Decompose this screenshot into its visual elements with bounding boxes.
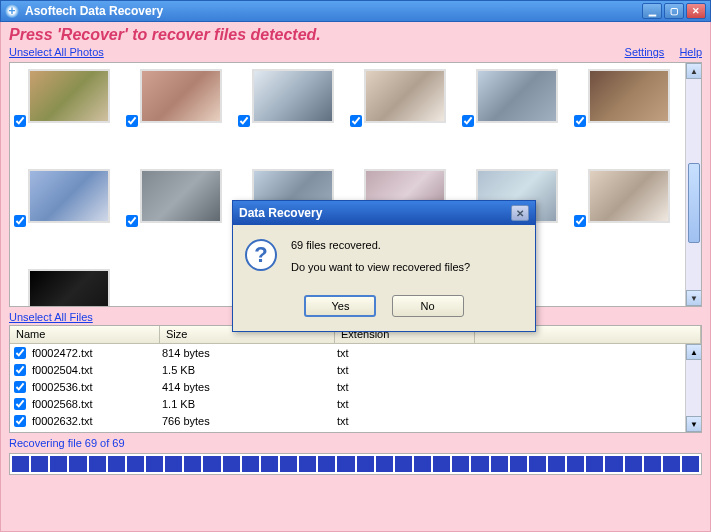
table-row[interactable]: f0002568.txt1.1 KBtxt (10, 395, 701, 412)
photo-item[interactable] (14, 269, 122, 307)
minimize-button[interactable]: ▁ (642, 3, 662, 19)
photo-checkbox[interactable] (574, 115, 586, 127)
photo-item[interactable] (350, 69, 458, 139)
progress-segment (414, 456, 431, 472)
file-name-cell: f0002632.txt (30, 414, 160, 428)
question-icon: ? (245, 239, 277, 271)
photo-thumbnail[interactable] (588, 169, 670, 223)
progress-segment (337, 456, 354, 472)
photo-scrollbar[interactable]: ▲ ▼ (685, 63, 701, 306)
file-size-cell: 1.5 KB (160, 363, 335, 377)
file-list-panel: Name Size Extension f0002472.txt814 byte… (9, 325, 702, 433)
scroll-thumb[interactable] (688, 163, 700, 243)
photo-item[interactable] (126, 169, 234, 239)
file-size-cell: 1.1 KB (160, 397, 335, 411)
photo-thumbnail[interactable] (140, 69, 222, 123)
progress-bar (9, 453, 702, 475)
photo-thumbnail[interactable] (28, 69, 110, 123)
no-button[interactable]: No (392, 295, 464, 317)
help-link[interactable]: Help (679, 46, 702, 58)
photo-item[interactable] (574, 69, 682, 139)
table-row[interactable]: f0002472.txt814 bytestxt (10, 344, 701, 361)
progress-segment (586, 456, 603, 472)
scroll-down-icon[interactable]: ▼ (686, 416, 702, 432)
photo-item[interactable] (238, 69, 346, 139)
maximize-button[interactable]: ▢ (664, 3, 684, 19)
progress-segment (491, 456, 508, 472)
file-size-cell: 766 bytes (160, 414, 335, 428)
progress-segment (529, 456, 546, 472)
scroll-down-icon[interactable]: ▼ (686, 290, 702, 306)
scroll-up-icon[interactable]: ▲ (686, 344, 702, 360)
photo-item[interactable] (126, 69, 234, 139)
file-scrollbar[interactable]: ▲ ▼ (685, 344, 701, 432)
photo-thumbnail[interactable] (28, 269, 110, 307)
unselect-all-files-link[interactable]: Unselect All Files (9, 311, 93, 323)
photo-checkbox[interactable] (126, 215, 138, 227)
progress-segment (357, 456, 374, 472)
app-title: Asoftech Data Recovery (25, 4, 640, 18)
photo-checkbox[interactable] (126, 115, 138, 127)
progress-segment (89, 456, 106, 472)
photo-checkbox[interactable] (14, 215, 26, 227)
photo-checkbox[interactable] (14, 115, 26, 127)
file-ext-cell: txt (335, 363, 475, 377)
column-header-name[interactable]: Name (10, 326, 160, 343)
file-name-cell: f0002536.txt (30, 380, 160, 394)
progress-segment (31, 456, 48, 472)
photo-thumbnail[interactable] (588, 69, 670, 123)
progress-segment (644, 456, 661, 472)
photo-checkbox[interactable] (574, 215, 586, 227)
progress-segment (12, 456, 29, 472)
table-row[interactable]: f0002504.txt1.5 KBtxt (10, 361, 701, 378)
file-checkbox[interactable] (14, 381, 26, 393)
progress-segment (108, 456, 125, 472)
progress-segment (452, 456, 469, 472)
photo-thumbnail[interactable] (140, 169, 222, 223)
progress-segment (318, 456, 335, 472)
dialog-close-button[interactable]: ✕ (511, 205, 529, 221)
file-name-cell: f0002504.txt (30, 363, 160, 377)
unselect-all-photos-link[interactable]: Unselect All Photos (9, 46, 104, 58)
dialog-message-line2: Do you want to view recovered files? (291, 261, 470, 273)
photo-item[interactable] (462, 69, 570, 139)
table-row[interactable]: f0002632.txt766 bytestxt (10, 412, 701, 429)
file-ext-cell: txt (335, 414, 475, 428)
photo-checkbox[interactable] (238, 115, 250, 127)
photo-thumbnail[interactable] (252, 69, 334, 123)
close-button[interactable]: ✕ (686, 3, 706, 19)
photo-thumbnail[interactable] (476, 69, 558, 123)
photo-item[interactable] (574, 169, 682, 239)
photo-checkbox[interactable] (462, 115, 474, 127)
file-checkbox[interactable] (14, 415, 26, 427)
instruction-text: Press 'Recover' to recover files detecte… (9, 26, 702, 44)
photo-thumbnail[interactable] (364, 69, 446, 123)
photo-checkbox[interactable] (350, 115, 362, 127)
progress-segment (299, 456, 316, 472)
dialog-title-text: Data Recovery (239, 206, 511, 220)
progress-segment (605, 456, 622, 472)
file-ext-cell: txt (335, 380, 475, 394)
file-checkbox[interactable] (14, 398, 26, 410)
table-row[interactable]: f0002536.txt414 bytestxt (10, 378, 701, 395)
dialog-message-line1: 69 files recovered. (291, 239, 470, 251)
yes-button[interactable]: Yes (304, 295, 376, 317)
progress-segment (280, 456, 297, 472)
file-checkbox[interactable] (14, 364, 26, 376)
photo-item[interactable] (14, 169, 122, 239)
progress-segment (567, 456, 584, 472)
progress-segment (242, 456, 259, 472)
progress-segment (69, 456, 86, 472)
titlebar: + Asoftech Data Recovery ▁ ▢ ✕ (0, 0, 711, 22)
file-checkbox[interactable] (14, 347, 26, 359)
dialog-titlebar: Data Recovery ✕ (233, 201, 535, 225)
progress-segment (682, 456, 699, 472)
settings-link[interactable]: Settings (625, 46, 665, 58)
photo-item[interactable] (14, 69, 122, 139)
progress-segment (223, 456, 240, 472)
progress-segment (376, 456, 393, 472)
photo-thumbnail[interactable] (28, 169, 110, 223)
progress-segment (146, 456, 163, 472)
file-name-cell: f0002568.txt (30, 397, 160, 411)
scroll-up-icon[interactable]: ▲ (686, 63, 702, 79)
